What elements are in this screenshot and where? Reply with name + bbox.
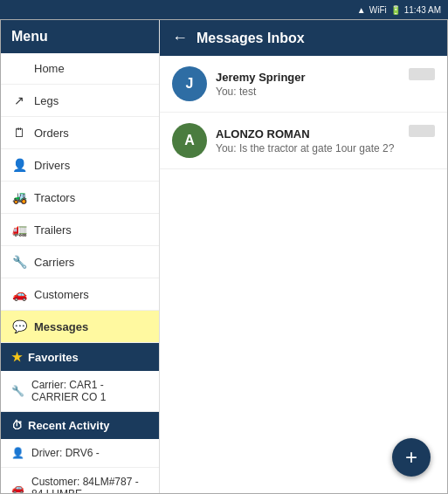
clock-icon: ⏱: [11, 419, 23, 432]
sidebar-header: Menu: [1, 20, 159, 53]
recent-driver-icon: 👤: [11, 447, 24, 459]
sidebar-item-label: Tractors: [34, 191, 75, 204]
status-bar-icons: ▲ WiFi 🔋 11:43 AM: [357, 5, 441, 15]
recent-item-label: Driver: DRV6 -: [31, 447, 100, 459]
time-display: 11:43 AM: [404, 5, 441, 15]
fab-container: +: [392, 438, 431, 477]
tractors-icon: 🚜: [11, 190, 27, 204]
wifi-icon: WiFi: [369, 5, 387, 15]
recent-activity-header: ⏱ Recent Activity: [1, 412, 159, 439]
sidebar-item-trailers[interactable]: 🚛 Trailers: [1, 214, 159, 246]
messages-inbox-title: Messages Inbox: [196, 31, 305, 46]
recent-driver-drv6[interactable]: 👤 Driver: DRV6 -: [1, 439, 159, 468]
battery-icon: 🔋: [390, 5, 401, 15]
sidebar-item-label: Customers: [34, 288, 89, 301]
sidebar-item-label: Orders: [34, 127, 69, 140]
message-preview-jeremy: You: test: [216, 86, 435, 98]
avatar-jeremy: J: [172, 66, 207, 101]
recent-customer-icon: 🚗: [11, 482, 24, 493]
sidebar-item-drivers[interactable]: 👤 Drivers: [1, 149, 159, 182]
signal-icon: ▲: [357, 5, 366, 15]
message-preview-alonzo: You: Is the tractor at gate 1our gate 2?: [216, 142, 435, 154]
sidebar-item-carriers[interactable]: 🔧 Carriers: [1, 246, 159, 278]
messages-icon: 💬: [11, 319, 27, 333]
messages-header: ← Messages Inbox: [160, 20, 447, 56]
right-panel: ← Messages Inbox J Jeremy Springer You: …: [160, 20, 447, 493]
favorites-label: Favorites: [28, 351, 79, 364]
sidebar-item-legs[interactable]: ↗ Legs: [1, 85, 159, 117]
recent-label: Recent Activity: [28, 419, 109, 432]
sidebar-item-label: Messages: [34, 320, 88, 333]
favorite-carrier-car1[interactable]: 🔧 Carrier: CAR1 - CARRIER CO 1: [1, 371, 159, 412]
message-content-jeremy: Jeremy Springer You: test: [216, 71, 435, 98]
recent-customer-84lm[interactable]: 🚗 Customer: 84LM#787 - 84 LUMBE...: [1, 468, 159, 493]
message-timestamp-jeremy: [409, 68, 435, 80]
message-item-alonzo[interactable]: A ALONZO ROMAN You: Is the tractor at ga…: [160, 113, 447, 169]
carriers-icon: 🔧: [11, 255, 27, 269]
sidebar-item-label: Home: [34, 62, 65, 75]
favorite-item-label: Carrier: CAR1 - CARRIER CO 1: [31, 379, 148, 403]
sidebar-item-label: Legs: [34, 94, 59, 107]
sidebar-item-label: Trailers: [34, 223, 72, 237]
sidebar-item-customers[interactable]: 🚗 Customers: [1, 278, 159, 311]
sidebar-item-home[interactable]: Home: [1, 53, 159, 85]
message-item-jeremy[interactable]: J Jeremy Springer You: test: [160, 56, 447, 113]
legs-icon: ↗: [11, 93, 27, 107]
message-timestamp-alonzo: [409, 125, 435, 137]
trailers-icon: 🚛: [11, 223, 27, 237]
star-icon: ★: [11, 350, 23, 364]
message-name-jeremy: Jeremy Springer: [216, 71, 435, 84]
status-bar: ▲ WiFi 🔋 11:43 AM: [0, 0, 448, 19]
sidebar-item-orders[interactable]: 🗒 Orders: [1, 117, 159, 149]
messages-list: J Jeremy Springer You: test A ALONZO ROM…: [160, 56, 447, 493]
recent-item-label: Customer: 84LM#787 - 84 LUMBE...: [31, 476, 148, 493]
sidebar-item-label: Carriers: [34, 256, 74, 269]
avatar-letter: J: [186, 76, 194, 92]
favorites-header: ★ Favorites: [1, 343, 159, 371]
orders-icon: 🗒: [11, 126, 27, 140]
sidebar-item-tractors[interactable]: 🚜 Tractors: [1, 182, 159, 214]
avatar-letter: A: [184, 133, 195, 148]
message-name-alonzo: ALONZO ROMAN: [216, 127, 435, 141]
message-content-alonzo: ALONZO ROMAN You: Is the tractor at gate…: [216, 127, 435, 154]
compose-button[interactable]: +: [392, 438, 431, 477]
carrier-fav-icon: 🔧: [11, 385, 24, 397]
back-button[interactable]: ←: [172, 29, 188, 47]
sidebar-item-messages[interactable]: 💬 Messages: [1, 311, 159, 343]
avatar-alonzo: A: [172, 123, 207, 158]
drivers-icon: 👤: [11, 158, 27, 172]
customers-icon: 🚗: [11, 287, 27, 301]
sidebar-item-label: Drivers: [34, 159, 70, 172]
sidebar: Menu Home ↗ Legs 🗒 Orders 👤 Drivers 🚜 Tr…: [1, 20, 160, 493]
